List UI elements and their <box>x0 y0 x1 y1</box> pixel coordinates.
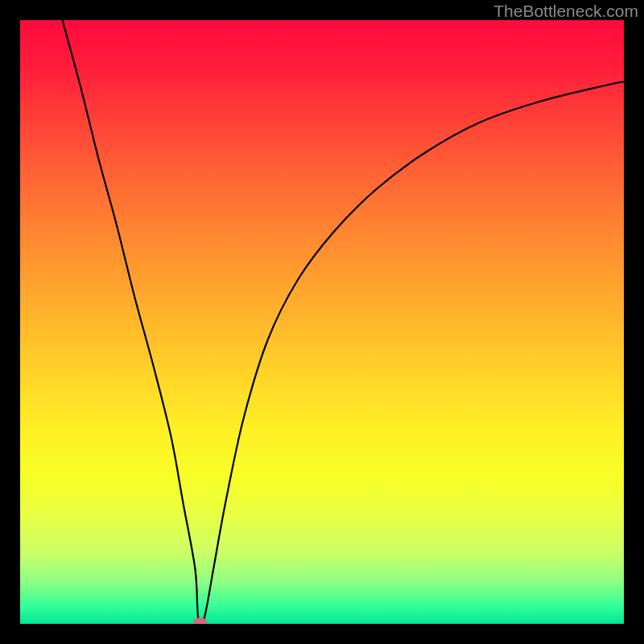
minimum-marker <box>194 618 207 624</box>
curve-layer <box>20 20 624 624</box>
chart-stage: TheBottleneck.com <box>0 0 644 644</box>
watermark-text: TheBottleneck.com <box>493 2 638 21</box>
plot-area <box>20 20 624 624</box>
bottleneck-curve <box>63 20 625 624</box>
